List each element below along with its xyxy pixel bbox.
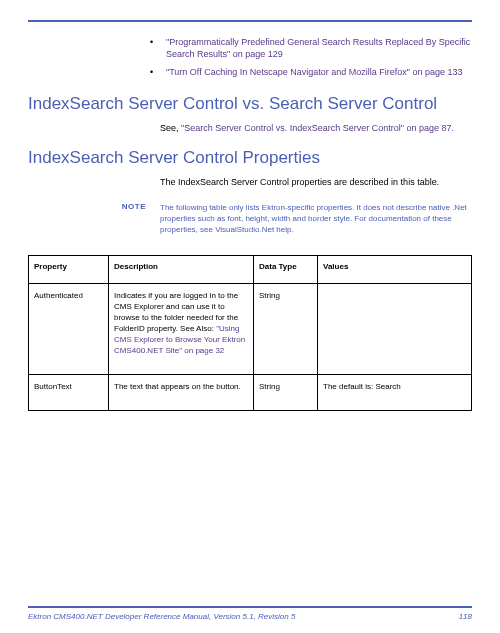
bullet-link[interactable]: "Programmatically Predefined General Sea… (166, 36, 472, 60)
cell-description-text: The text that appears on the button. (114, 382, 241, 391)
cell-property: Authenticated (29, 284, 109, 375)
note-text: The following table only lists Ektron-sp… (160, 202, 472, 235)
note-label: NOTE (28, 202, 160, 235)
see-link[interactable]: "Search Server Control vs. IndexSearch S… (181, 123, 454, 133)
footer-page-number: 118 (459, 612, 472, 621)
header-description: Description (109, 256, 254, 284)
bullet-dot-icon: • (150, 66, 166, 78)
intro-paragraph: The IndexSearch Server Control propertie… (160, 176, 472, 188)
top-horizontal-rule (28, 20, 472, 22)
page-footer: Ektron CMS400.NET Developer Reference Ma… (28, 606, 472, 621)
see-paragraph: See, "Search Server Control vs. IndexSea… (160, 122, 472, 134)
bullet-item: • "Programmatically Predefined General S… (150, 36, 472, 60)
see-prefix: See, (160, 123, 181, 133)
note-block: NOTE The following table only lists Ektr… (28, 202, 472, 235)
properties-table: Property Description Data Type Values Au… (28, 255, 472, 411)
footer-horizontal-rule (28, 606, 472, 608)
bullet-dot-icon: • (150, 36, 166, 60)
cell-property: ButtonText (29, 375, 109, 411)
table-row: Authenticated Indicates if you are logge… (29, 284, 472, 375)
bullet-item: • "Turn Off Caching In Netscape Navigato… (150, 66, 472, 78)
table-row: ButtonText The text that appears on the … (29, 375, 472, 411)
section-heading-properties: IndexSearch Server Control Properties (28, 148, 472, 168)
cell-values: The default is: Search (318, 375, 472, 411)
header-values: Values (318, 256, 472, 284)
section-heading-vs: IndexSearch Server Control vs. Search Se… (28, 94, 472, 114)
header-data-type: Data Type (254, 256, 318, 284)
cell-description: The text that appears on the button. (109, 375, 254, 411)
cell-description: Indicates if you are logged in to the CM… (109, 284, 254, 375)
header-property: Property (29, 256, 109, 284)
table-header-row: Property Description Data Type Values (29, 256, 472, 284)
cell-data-type: String (254, 375, 318, 411)
bullet-list: • "Programmatically Predefined General S… (150, 36, 472, 78)
footer-title: Ektron CMS400.NET Developer Reference Ma… (28, 612, 295, 621)
cell-values (318, 284, 472, 375)
cell-data-type: String (254, 284, 318, 375)
bullet-link[interactable]: "Turn Off Caching In Netscape Navigator … (166, 66, 463, 78)
